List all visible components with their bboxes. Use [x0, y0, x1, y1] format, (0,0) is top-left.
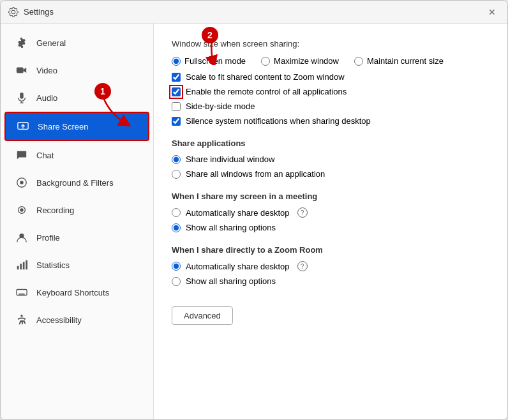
checkbox-side-by-side[interactable]: Side-by-side mode — [172, 101, 489, 111]
recording-icon — [15, 203, 29, 217]
radio-auto-desktop-zoom[interactable]: Automatically share desktop ? — [172, 261, 489, 271]
sidebar-item-general[interactable]: General — [4, 29, 149, 56]
checkbox-silence[interactable]: Silence system notifications when sharin… — [172, 116, 489, 126]
background-icon — [15, 176, 29, 190]
sidebar-label-statistics: Statistics — [36, 260, 70, 270]
sidebar-item-statistics[interactable]: Statistics — [4, 251, 149, 278]
radio-maximize-input[interactable] — [261, 57, 270, 66]
sidebar-item-audio[interactable]: Audio — [4, 84, 149, 111]
svg-point-20 — [20, 315, 23, 317]
checkbox-enable-remote-input[interactable] — [172, 87, 181, 96]
info-icon-meeting[interactable]: ? — [297, 207, 308, 218]
sidebar: General Video Audio — [1, 24, 154, 419]
radio-all-windows-input[interactable] — [172, 170, 181, 179]
sidebar-label-general: General — [36, 38, 66, 48]
radio-auto-desktop-zoom-input[interactable] — [172, 262, 181, 271]
radio-individual-label: Share individual window — [186, 154, 274, 164]
radio-individual-input[interactable] — [172, 155, 181, 164]
sidebar-label-recording: Recording — [36, 206, 74, 215]
when-share-zoom-title: When I share directly to a Zoom Room — [172, 245, 489, 255]
radio-show-all-zoom-label: Show all sharing options — [186, 276, 276, 286]
window-size-radio-group: Fullscreen mode Maximize window Maintain… — [172, 56, 489, 66]
window-size-label: Window size when screen sharing: — [172, 39, 489, 49]
content-area: General Video Audio — [1, 24, 507, 419]
share-apps-title: Share applications — [172, 139, 489, 148]
sidebar-label-background: Background & Filters — [36, 178, 114, 188]
sidebar-item-accessibility[interactable]: Accessibility — [4, 306, 149, 333]
share-apps-radio: Share individual window Share all window… — [172, 154, 489, 179]
sidebar-item-profile[interactable]: Profile — [4, 224, 149, 251]
when-share-meeting-section: When I share my screen in a meeting Auto… — [172, 191, 489, 232]
radio-show-all-zoom[interactable]: Show all sharing options — [172, 276, 489, 286]
sidebar-label-profile: Profile — [36, 233, 60, 243]
svg-rect-12 — [26, 260, 27, 269]
radio-maximize[interactable]: Maximize window — [261, 56, 339, 66]
svg-rect-2 — [20, 93, 23, 99]
checkbox-scale-input[interactable] — [172, 73, 181, 82]
radio-fullscreen[interactable]: Fullscreen mode — [172, 56, 246, 66]
checkbox-silence-label: Silence system notifications when sharin… — [186, 116, 371, 126]
radio-maintain-input[interactable] — [354, 57, 363, 66]
titlebar: Settings ✕ — [1, 1, 507, 24]
close-button[interactable]: ✕ — [484, 4, 500, 20]
titlebar-left: Settings — [8, 7, 54, 17]
badge-2: 2 — [202, 27, 218, 43]
share-applications-section: Share applications Share individual wind… — [172, 139, 489, 179]
settings-icon — [8, 7, 19, 17]
sidebar-label-chat: Chat — [36, 151, 54, 160]
svg-point-7 — [20, 208, 23, 211]
when-share-zoom-section: When I share directly to a Zoom Room Aut… — [172, 245, 489, 286]
svg-rect-11 — [23, 262, 25, 270]
radio-all-windows-label: Share all windows from an application — [186, 169, 325, 179]
video-icon — [15, 63, 29, 77]
svg-rect-9 — [17, 266, 19, 269]
sidebar-label-accessibility: Accessibility — [36, 315, 82, 325]
checkbox-silence-input[interactable] — [172, 117, 181, 126]
sidebar-label-audio: Audio — [36, 93, 57, 103]
sidebar-label-share-screen: Share Screen — [38, 122, 89, 131]
sidebar-label-video: Video — [36, 66, 57, 75]
main-panel: Window size when screen sharing: Fullscr… — [154, 24, 507, 419]
advanced-button[interactable]: Advanced — [172, 306, 233, 325]
radio-all-windows[interactable]: Share all windows from an application — [172, 169, 489, 179]
checkbox-side-label: Side-by-side mode — [186, 101, 255, 111]
checkbox-enable-remote-label: Enable the remote control of all applica… — [186, 87, 347, 96]
radio-maximize-label: Maximize window — [274, 56, 339, 66]
checkbox-scale[interactable]: Scale to fit shared content to Zoom wind… — [172, 72, 489, 82]
checkbox-enable-remote[interactable]: Enable the remote control of all applica… — [172, 87, 489, 96]
sidebar-item-share-screen[interactable]: Share Screen — [4, 112, 149, 141]
radio-auto-desktop-meeting[interactable]: Automatically share desktop ? — [172, 207, 489, 218]
checkbox-side-input[interactable] — [172, 102, 181, 111]
gear-icon — [15, 36, 29, 50]
sidebar-item-recording[interactable]: Recording — [4, 197, 149, 223]
svg-rect-1 — [17, 68, 24, 73]
statistics-icon — [15, 258, 29, 272]
svg-rect-10 — [20, 264, 22, 269]
sidebar-item-background-filters[interactable]: Background & Filters — [4, 169, 149, 196]
keyboard-icon — [15, 285, 29, 299]
badge-1: 1 — [94, 83, 111, 100]
radio-show-all-meeting-input[interactable] — [172, 223, 181, 232]
radio-auto-desktop-meeting-input[interactable] — [172, 208, 181, 217]
radio-maintain[interactable]: Maintain current size — [354, 56, 444, 66]
radio-show-all-zoom-input[interactable] — [172, 277, 181, 286]
when-share-meeting-title: When I share my screen in a meeting — [172, 191, 489, 201]
checkbox-scale-label: Scale to fit shared content to Zoom wind… — [186, 72, 345, 82]
radio-fullscreen-label: Fullscreen mode — [184, 56, 246, 66]
settings-window: Settings ✕ General Video — [0, 0, 508, 420]
svg-point-5 — [20, 181, 23, 184]
sidebar-label-keyboard: Keyboard Shortcuts — [36, 288, 109, 297]
radio-auto-desktop-zoom-label: Automatically share desktop — [186, 262, 290, 271]
share-zoom-radio: Automatically share desktop ? Show all s… — [172, 261, 489, 286]
sidebar-item-keyboard-shortcuts[interactable]: Keyboard Shortcuts — [4, 279, 149, 306]
radio-auto-desktop-meeting-label: Automatically share desktop — [186, 208, 290, 218]
radio-individual-window[interactable]: Share individual window — [172, 154, 489, 164]
radio-maintain-label: Maintain current size — [367, 56, 444, 66]
radio-fullscreen-input[interactable] — [172, 57, 181, 66]
share-screen-icon — [16, 119, 30, 133]
sidebar-item-chat[interactable]: Chat — [4, 142, 149, 169]
audio-icon — [15, 91, 29, 105]
sidebar-item-video[interactable]: Video — [4, 57, 149, 84]
info-icon-zoom[interactable]: ? — [297, 261, 308, 271]
radio-show-all-meeting[interactable]: Show all sharing options — [172, 223, 489, 232]
